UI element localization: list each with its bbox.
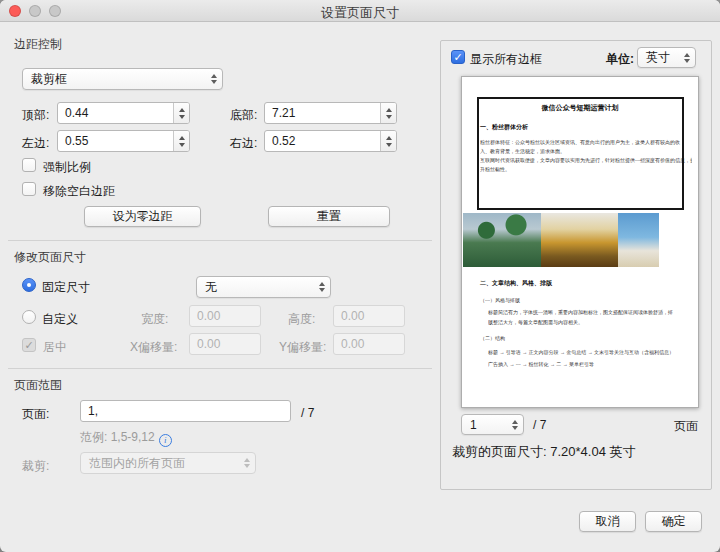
remove-blank-margins-checkbox[interactable] [22,182,36,196]
window-title: 设置页面尺寸 [60,4,660,22]
resize-title: 修改页面尺寸 [14,249,86,266]
fixed-size-radio[interactable] [22,278,36,292]
unit-label: 单位: [606,51,634,68]
zero-margin-button[interactable]: 设为零边距 [84,206,201,227]
height-value: 0.00 [341,309,364,323]
center-checkbox [22,338,36,352]
left-margin-stepper[interactable] [173,131,189,151]
doc-subheading: （一）风格与排版 [480,297,692,303]
constrain-proportions-checkbox[interactable] [22,158,36,172]
doc-heading-2: 二、文章结构、风格、排版 [480,279,552,288]
pdf-page-preview[interactable]: 微信公众号短期运营计划 一、粉丝群体分析 粉丝群体特征：公众号粉丝以关注区域资讯… [461,76,699,408]
box-type-value: 裁剪框 [31,71,67,88]
separator [8,368,432,369]
minimize-button [29,5,41,17]
height-input: 0.00 [333,305,405,327]
cancel-button[interactable]: 取消 [579,511,636,532]
custom-size-radio[interactable] [22,310,36,324]
popup-arrows-icon [512,420,518,430]
pages-total: / 7 [301,406,314,420]
doc-images [463,213,659,267]
preview-page-total: / 7 [533,418,546,432]
left-margin-input[interactable]: 0.55 [57,130,190,152]
pages-input[interactable] [80,400,291,422]
preview-page-value: 1 [470,418,477,432]
width-label: 宽度: [141,311,168,328]
bottom-margin-stepper[interactable] [380,103,396,123]
reset-button[interactable]: 重置 [268,206,390,227]
x-offset-input: 0.00 [189,333,261,355]
crop-scope-label: 裁剪: [22,458,49,475]
separator [8,240,432,241]
window-controls [9,5,61,17]
doc-paragraph-line: 版整洁大方，每篇文章配图需与内容相关。 [488,319,692,325]
doc-paragraph-line: 广告插入 → 一 → 粉丝转化 → 二 → 菜单栏引导 [488,361,692,367]
remove-blank-margins-label: 移除空白边距 [43,183,115,200]
right-margin-stepper[interactable] [380,131,396,151]
y-offset-value: 0.00 [341,337,364,351]
crop-scope-select: 范围内的所有页面 [80,452,256,474]
unit-select[interactable]: 英寸 [637,47,696,68]
y-offset-label: Y偏移量: [279,339,326,356]
titlebar: 设置页面尺寸 [0,0,720,22]
bottom-margin-label: 底部: [230,107,257,124]
range-example-text: 范例: 1,5-9,12 [80,430,155,444]
doc-paragraph-line: 标题简洁有力，字体统一清晰，重要内容加粗标注，图文搭配保证阅读体验舒适，排 [488,309,692,315]
custom-size-label: 自定义 [42,311,78,328]
popup-arrows-icon [211,74,217,84]
doc-paragraph-line: 标题 → 引导语 → 正文内容分段 → 金句总结 → 文末引导关注与互动（含福利… [488,349,692,355]
preview-page-word: 页面 [674,418,698,435]
y-offset-input: 0.00 [333,333,405,355]
popup-arrows-icon [319,282,325,292]
bottom-margin-input[interactable]: 7.21 [264,102,397,124]
ok-button[interactable]: 确定 [645,511,702,532]
beach-image [618,213,659,267]
temple-image [541,213,618,267]
right-margin-label: 右边: [230,135,257,152]
preview-page-select[interactable]: 1 [461,414,524,435]
margin-control-title: 边距控制 [14,36,62,53]
top-margin-label: 顶部: [22,107,49,124]
pages-label: 页面: [22,406,49,423]
right-margin-value: 0.52 [272,134,295,148]
fixed-size-label: 固定尺寸 [42,279,90,296]
x-offset-label: X偏移量: [130,339,177,356]
center-label: 居中 [43,339,67,356]
crop-scope-value: 范围内的所有页面 [89,455,185,472]
show-borders-label: 显示所有边框 [470,51,542,68]
set-page-size-dialog: 设置页面尺寸 边距控制 裁剪框 顶部: 0.44 底部: 7.21 左边: 0.… [0,0,720,552]
bottom-margin-value: 7.21 [272,106,295,120]
close-button[interactable] [9,5,21,17]
height-label: 高度: [288,311,315,328]
right-margin-input[interactable]: 0.52 [264,130,397,152]
constrain-proportions-label: 强制比例 [43,159,91,176]
width-value: 0.00 [197,309,220,323]
top-margin-value: 0.44 [65,106,88,120]
cropped-size-text: 裁剪的页面尺寸: 7.20*4.04 英寸 [452,443,636,461]
doc-subheading: （二）结构 [480,335,692,341]
crop-box-overlay[interactable] [477,97,684,210]
box-type-select[interactable]: 裁剪框 [22,68,223,90]
range-example: 范例: 1,5-9,12 [80,429,172,447]
info-icon[interactable] [159,434,172,447]
top-margin-stepper[interactable] [173,103,189,123]
show-borders-checkbox[interactable] [451,50,465,64]
popup-arrows-icon [244,458,250,468]
fixed-size-select[interactable]: 无 [196,276,331,298]
x-offset-value: 0.00 [197,337,220,351]
page-range-title: 页面范围 [14,377,62,394]
left-margin-value: 0.55 [65,134,88,148]
palm-trees-image [463,213,541,267]
width-input: 0.00 [189,305,261,327]
top-margin-input[interactable]: 0.44 [57,102,190,124]
unit-value: 英寸 [646,49,670,66]
fixed-size-value: 无 [205,279,217,296]
left-margin-label: 左边: [22,135,49,152]
popup-arrows-icon [684,53,690,63]
